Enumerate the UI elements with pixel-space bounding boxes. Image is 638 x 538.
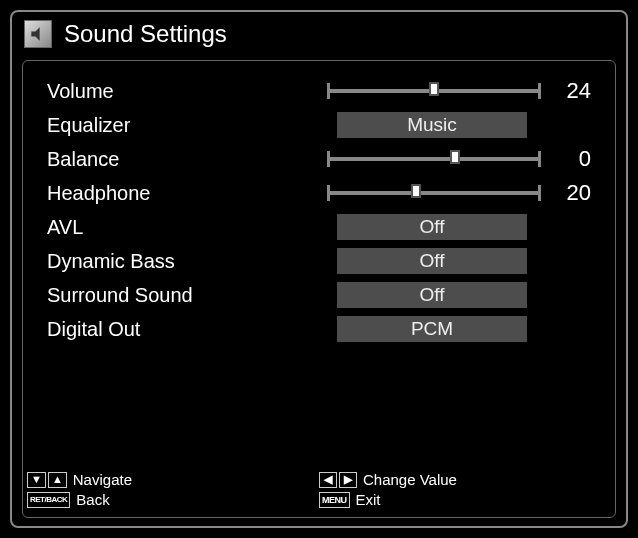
select-surround[interactable]: Off [337,282,527,308]
key-retback: RET/BACK [27,492,70,508]
label-volume: Volume [47,80,327,103]
row-dynamic-bass[interactable]: Dynamic Bass Off [47,245,591,277]
key-down-icon: ▼ [27,472,46,488]
label-balance: Balance [47,148,327,171]
hint-exit-label: Exit [356,491,381,508]
row-avl[interactable]: AVL Off [47,211,591,243]
hint-back-label: Back [76,491,109,508]
label-equalizer: Equalizer [47,114,327,137]
slider-balance[interactable]: 0 [327,146,591,172]
hint-navigate: ▼ ▲ Navigate [27,471,319,488]
label-surround: Surround Sound [47,284,327,307]
value-volume: 24 [547,78,591,104]
row-digital-out[interactable]: Digital Out PCM [47,313,591,345]
hint-change-label: Change Value [363,471,457,488]
row-balance[interactable]: Balance 0 [47,143,591,175]
key-left-icon: ◀ [319,472,337,488]
hint-change-value: ◀ ▶ Change Value [319,471,611,488]
title-bar: Sound Settings [12,12,626,56]
select-dynamic-bass[interactable]: Off [337,248,527,274]
row-equalizer[interactable]: Equalizer Music [47,109,591,141]
value-balance: 0 [547,146,591,172]
hint-exit: MENU Exit [319,491,611,508]
value-headphone: 20 [547,180,591,206]
page-title: Sound Settings [64,20,227,48]
label-headphone: Headphone [47,182,327,205]
row-volume[interactable]: Volume 24 [47,75,591,107]
label-avl: AVL [47,216,327,239]
select-avl[interactable]: Off [337,214,527,240]
key-up-icon: ▲ [48,472,67,488]
row-headphone[interactable]: Headphone 20 [47,177,591,209]
settings-panel: Volume 24 Equalizer Music Balance 0 [22,60,616,518]
select-equalizer[interactable]: Music [337,112,527,138]
slider-headphone[interactable]: 20 [327,180,591,206]
footer-hints: ▼ ▲ Navigate RET/BACK Back ◀ ▶ Change Va… [27,471,611,511]
select-digital-out[interactable]: PCM [337,316,527,342]
sound-icon [24,20,52,48]
slider-volume[interactable]: 24 [327,78,591,104]
window-frame: Sound Settings Volume 24 Equalizer Music… [10,10,628,528]
key-menu: MENU [319,492,350,508]
hint-navigate-label: Navigate [73,471,132,488]
label-digital-out: Digital Out [47,318,327,341]
row-surround[interactable]: Surround Sound Off [47,279,591,311]
label-dynamic-bass: Dynamic Bass [47,250,327,273]
key-right-icon: ▶ [339,472,357,488]
hint-back: RET/BACK Back [27,491,319,508]
